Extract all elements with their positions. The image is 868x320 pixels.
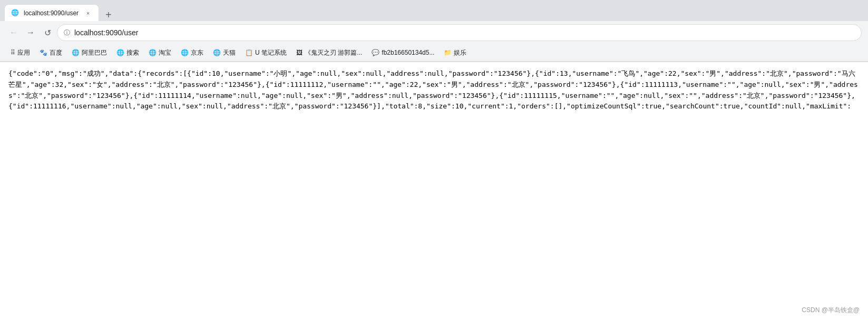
url-text: localhost:9090/user <box>74 28 138 37</box>
json-response-text: {"code":"0","msg":"成功","data":{"records"… <box>8 69 858 110</box>
address-bar: ← → ↺ ⓘ localhost:9090/user <box>0 21 868 44</box>
bookmark-label: 娱乐 <box>454 48 466 57</box>
jd-icon: 🌐 <box>181 49 189 56</box>
bookmark-notes[interactable]: 📋 U 笔记系统 <box>241 46 291 59</box>
bookmark-label: 阿里巴巴 <box>82 48 107 57</box>
bookmark-demon-slayer[interactable]: 🖼 《鬼灭之刃 游郭篇... <box>292 46 366 59</box>
tab-bar: 🌐 localhost:9090/user × + <box>0 0 868 21</box>
bookmark-tianmao[interactable]: 🌐 天猫 <box>209 46 240 59</box>
bookmarks-bar: ⠿ 应用 🐾 百度 🌐 阿里巴巴 🌐 搜索 🌐 淘宝 🌐 京东 🌐 天猫 📋 <box>0 44 868 62</box>
bookmark-label: fb2b16650134d5... <box>382 49 434 56</box>
bookmark-taobao[interactable]: 🌐 淘宝 <box>144 46 175 59</box>
demon-slayer-icon: 🖼 <box>296 49 303 56</box>
back-button[interactable]: ← <box>6 25 21 40</box>
tab-label: localhost:9090/user <box>24 9 80 17</box>
bookmark-label: 搜索 <box>126 48 139 57</box>
url-bar[interactable]: ⓘ localhost:9090/user <box>57 24 862 41</box>
bookmark-apps[interactable]: ⠿ 应用 <box>6 46 34 59</box>
active-tab[interactable]: 🌐 localhost:9090/user × <box>4 4 99 21</box>
new-tab-button[interactable]: + <box>101 9 116 21</box>
bookmark-search[interactable]: 🌐 搜索 <box>112 46 143 59</box>
tab-close-button[interactable]: × <box>84 9 92 17</box>
bookmark-baidu[interactable]: 🐾 百度 <box>35 46 66 59</box>
bookmark-label: 百度 <box>50 48 62 57</box>
bookmark-label: 京东 <box>191 48 203 57</box>
bookmark-entertainment[interactable]: 📁 娱乐 <box>440 46 471 59</box>
taobao-icon: 🌐 <box>149 49 157 56</box>
reload-button[interactable]: ↺ <box>40 25 55 40</box>
secure-icon: ⓘ <box>64 28 70 37</box>
bookmark-label: 应用 <box>17 48 30 57</box>
bookmark-label: U 笔记系统 <box>255 48 287 57</box>
bookmark-label: 淘宝 <box>159 48 171 57</box>
apps-icon: ⠿ <box>11 49 15 56</box>
bookmark-fb2b[interactable]: 💬 fb2b16650134d5... <box>367 46 438 59</box>
bookmark-label: 天猫 <box>223 48 236 57</box>
notes-icon: 📋 <box>245 49 253 56</box>
bookmark-jd[interactable]: 🌐 京东 <box>177 46 208 59</box>
bookmark-label: 《鬼灭之刃 游郭篇... <box>305 48 362 57</box>
tianmao-icon: 🌐 <box>213 49 221 56</box>
bookmark-alibaba[interactable]: 🌐 阿里巴巴 <box>67 46 111 59</box>
forward-button[interactable]: → <box>23 25 38 40</box>
search-bm-icon: 🌐 <box>116 49 124 56</box>
alibaba-icon: 🌐 <box>72 49 80 56</box>
baidu-icon: 🐾 <box>40 49 47 56</box>
entertainment-icon: 📁 <box>444 49 452 56</box>
tab-favicon: 🌐 <box>11 9 19 17</box>
fb2b-icon: 💬 <box>372 49 379 56</box>
page-content: {"code":"0","msg":"成功","data":{"records"… <box>0 62 868 118</box>
